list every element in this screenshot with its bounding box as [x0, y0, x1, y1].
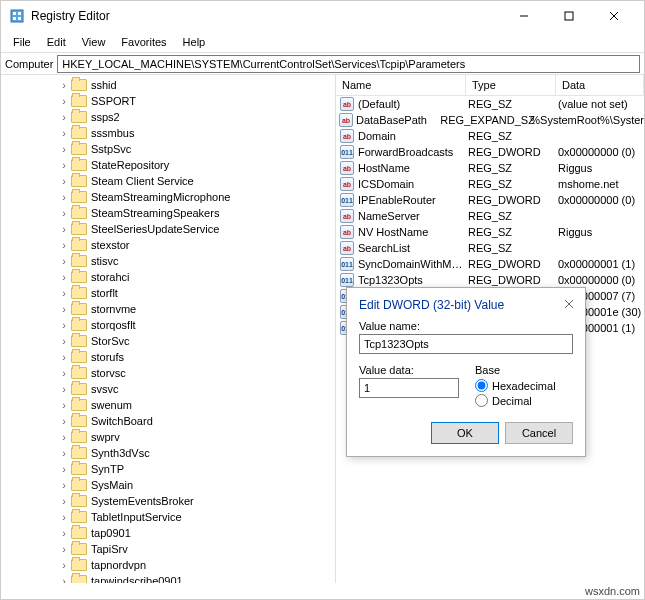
tree-item[interactable]: ›Synth3dVsc — [1, 445, 335, 461]
table-row[interactable]: abDomainREG_SZ — [336, 128, 644, 144]
tree-item[interactable]: ›SteamStreamingSpeakers — [1, 205, 335, 221]
header-type[interactable]: Type — [466, 75, 556, 95]
tree-item[interactable]: ›SteelSeriesUpdateService — [1, 221, 335, 237]
tree-item[interactable]: ›swprv — [1, 429, 335, 445]
table-row[interactable]: 011SyncDomainWithMembersh...REG_DWORD0x0… — [336, 256, 644, 272]
expand-icon[interactable]: › — [57, 351, 71, 363]
table-row[interactable]: abNameServerREG_SZ — [336, 208, 644, 224]
tree-item[interactable]: ›SteamStreamingMicrophone — [1, 189, 335, 205]
expand-icon[interactable]: › — [57, 79, 71, 91]
expand-icon[interactable]: › — [57, 111, 71, 123]
tree-item[interactable]: ›ssps2 — [1, 109, 335, 125]
value-name-input[interactable] — [359, 334, 573, 354]
tree-item[interactable]: ›SystemEventsBroker — [1, 493, 335, 509]
tree-item[interactable]: ›tap0901 — [1, 525, 335, 541]
expand-icon[interactable]: › — [57, 543, 71, 555]
tree-item[interactable]: ›SynTP — [1, 461, 335, 477]
tree-item[interactable]: ›swenum — [1, 397, 335, 413]
tree-item[interactable]: ›sssmbus — [1, 125, 335, 141]
radio-hex[interactable]: Hexadecimal — [475, 379, 556, 392]
tree-item[interactable]: ›SstpSvc — [1, 141, 335, 157]
tree-item[interactable]: ›tapnordvpn — [1, 557, 335, 573]
expand-icon[interactable]: › — [57, 383, 71, 395]
menu-view[interactable]: View — [74, 34, 114, 50]
header-name[interactable]: Name — [336, 75, 466, 95]
table-row[interactable]: 011IPEnableRouterREG_DWORD0x00000000 (0) — [336, 192, 644, 208]
dialog-close-button[interactable] — [559, 294, 579, 314]
expand-icon[interactable]: › — [57, 95, 71, 107]
expand-icon[interactable]: › — [57, 463, 71, 475]
radio-dec[interactable]: Decimal — [475, 394, 556, 407]
close-button[interactable] — [591, 1, 636, 31]
expand-icon[interactable]: › — [57, 271, 71, 283]
table-row[interactable]: abDataBasePathREG_EXPAND_SZ%SystemRoot%\… — [336, 112, 644, 128]
tree-item[interactable]: ›SysMain — [1, 477, 335, 493]
expand-icon[interactable]: › — [57, 527, 71, 539]
menu-file[interactable]: File — [5, 34, 39, 50]
expand-icon[interactable]: › — [57, 399, 71, 411]
tree-item[interactable]: ›StorSvc — [1, 333, 335, 349]
ok-button[interactable]: OK — [431, 422, 499, 444]
expand-icon[interactable]: › — [57, 287, 71, 299]
tree-item[interactable]: ›storflt — [1, 285, 335, 301]
minimize-button[interactable] — [501, 1, 546, 31]
expand-icon[interactable]: › — [57, 303, 71, 315]
tree-item[interactable]: ›stornvme — [1, 301, 335, 317]
maximize-button[interactable] — [546, 1, 591, 31]
menu-favorites[interactable]: Favorites — [113, 34, 174, 50]
tree-item[interactable]: ›tapwindscribe0901 — [1, 573, 335, 583]
tree-item[interactable]: ›stisvc — [1, 253, 335, 269]
tree-view[interactable]: ›sshid›SSPORT›ssps2›sssmbus›SstpSvc›Stat… — [1, 75, 336, 583]
tree-item[interactable]: ›storvsc — [1, 365, 335, 381]
cell-type: REG_SZ — [468, 178, 558, 190]
expand-icon[interactable]: › — [57, 127, 71, 139]
address-input[interactable] — [57, 55, 640, 73]
table-row[interactable]: abSearchListREG_SZ — [336, 240, 644, 256]
table-row[interactable]: 011ForwardBroadcastsREG_DWORD0x00000000 … — [336, 144, 644, 160]
tree-item[interactable]: ›storahci — [1, 269, 335, 285]
table-row[interactable]: abNV HostNameREG_SZRiggus — [336, 224, 644, 240]
header-data[interactable]: Data — [556, 75, 644, 95]
expand-icon[interactable]: › — [57, 495, 71, 507]
expand-icon[interactable]: › — [57, 255, 71, 267]
table-row[interactable]: ab(Default)REG_SZ(value not set) — [336, 96, 644, 112]
tree-item[interactable]: ›sshid — [1, 77, 335, 93]
expand-icon[interactable]: › — [57, 575, 71, 583]
menu-edit[interactable]: Edit — [39, 34, 74, 50]
expand-icon[interactable]: › — [57, 431, 71, 443]
expand-icon[interactable]: › — [57, 415, 71, 427]
tree-item[interactable]: ›TabletInputService — [1, 509, 335, 525]
expand-icon[interactable]: › — [57, 223, 71, 235]
expand-icon[interactable]: › — [57, 143, 71, 155]
expand-icon[interactable]: › — [57, 367, 71, 379]
tree-item[interactable]: ›SwitchBoard — [1, 413, 335, 429]
radio-dec-input[interactable] — [475, 394, 488, 407]
tree-item[interactable]: ›stexstor — [1, 237, 335, 253]
table-row[interactable]: 011Tcp1323OptsREG_DWORD0x00000000 (0) — [336, 272, 644, 288]
expand-icon[interactable]: › — [57, 191, 71, 203]
tree-item[interactable]: ›storqosflt — [1, 317, 335, 333]
tree-item[interactable]: ›StateRepository — [1, 157, 335, 173]
expand-icon[interactable]: › — [57, 335, 71, 347]
radio-hex-input[interactable] — [475, 379, 488, 392]
expand-icon[interactable]: › — [57, 239, 71, 251]
tree-item[interactable]: ›storufs — [1, 349, 335, 365]
expand-icon[interactable]: › — [57, 319, 71, 331]
expand-icon[interactable]: › — [57, 479, 71, 491]
expand-icon[interactable]: › — [57, 159, 71, 171]
expand-icon[interactable]: › — [57, 511, 71, 523]
value-data-input[interactable] — [359, 378, 459, 398]
expand-icon[interactable]: › — [57, 447, 71, 459]
tree-item[interactable]: ›svsvc — [1, 381, 335, 397]
cancel-button[interactable]: Cancel — [505, 422, 573, 444]
expand-icon[interactable]: › — [57, 559, 71, 571]
menu-help[interactable]: Help — [175, 34, 214, 50]
tree-item[interactable]: ›Steam Client Service — [1, 173, 335, 189]
table-row[interactable]: abICSDomainREG_SZmshome.net — [336, 176, 644, 192]
tree-item[interactable]: ›SSPORT — [1, 93, 335, 109]
cell-type: REG_DWORD — [468, 194, 558, 206]
tree-item[interactable]: ›TapiSrv — [1, 541, 335, 557]
expand-icon[interactable]: › — [57, 175, 71, 187]
table-row[interactable]: abHostNameREG_SZRiggus — [336, 160, 644, 176]
expand-icon[interactable]: › — [57, 207, 71, 219]
